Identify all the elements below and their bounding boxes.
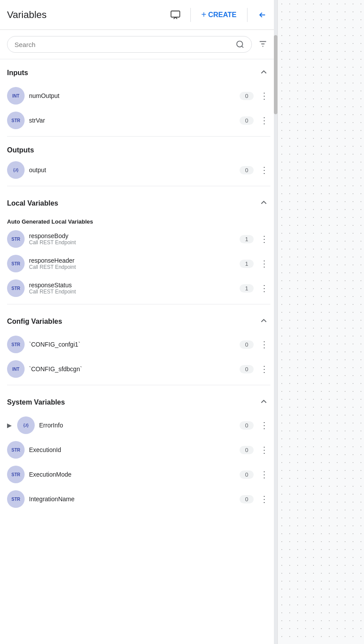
variable-row: STR responseHeader Call REST Endpoint 1 … bbox=[0, 251, 277, 276]
var-info: responseStatus Call REST Endpoint bbox=[29, 282, 235, 295]
var-name: responseHeader bbox=[29, 257, 235, 264]
auto-generated-sub-title: Auto Generated Local Variables bbox=[0, 214, 277, 227]
outputs-title: Outputs bbox=[7, 146, 34, 154]
more-options-button[interactable]: ⋮ bbox=[258, 258, 270, 269]
more-options-button[interactable]: ⋮ bbox=[258, 283, 270, 293]
var-count: 0 bbox=[240, 446, 254, 454]
variable-row: STR responseBody Call REST Endpoint 1 ⋮ bbox=[0, 227, 277, 251]
more-options-button[interactable]: ⋮ bbox=[258, 339, 270, 350]
page-title: Variables bbox=[7, 9, 167, 21]
header-actions: + CREATE bbox=[167, 7, 270, 23]
inputs-section-header: Inputs bbox=[0, 59, 277, 83]
var-badge-str: STR bbox=[7, 441, 25, 459]
canvas-panel: View details Delete Du bbox=[278, 0, 364, 644]
variable-row: STR `CONFIG_confgi1` 0 ⋮ bbox=[0, 332, 277, 357]
section-divider bbox=[7, 136, 270, 137]
var-info: strVar bbox=[29, 117, 235, 124]
inputs-collapse-button[interactable] bbox=[257, 65, 270, 80]
var-name: responseBody bbox=[29, 232, 235, 239]
more-options-button[interactable]: ⋮ bbox=[258, 494, 270, 504]
collapse-icon-button[interactable] bbox=[255, 7, 270, 23]
section-divider bbox=[7, 186, 270, 186]
more-options-button[interactable]: ⋮ bbox=[258, 115, 270, 126]
var-info: `CONFIG_sfdbcgn` bbox=[29, 365, 235, 373]
config-collapse-button[interactable] bbox=[257, 314, 270, 329]
var-name: output bbox=[29, 166, 235, 174]
system-collapse-button[interactable] bbox=[257, 395, 270, 409]
svg-line-3 bbox=[242, 46, 244, 48]
variable-row: STR IntegrationName 0 ⋮ bbox=[0, 487, 277, 511]
var-badge-str: STR bbox=[7, 112, 25, 129]
var-count: 1 bbox=[240, 235, 254, 243]
variable-row: STR strVar 0 ⋮ bbox=[0, 108, 277, 133]
local-collapse-button[interactable] bbox=[257, 196, 270, 210]
local-title: Local Variables bbox=[7, 199, 58, 207]
variable-row: STR ExecutionMode 0 ⋮ bbox=[0, 462, 277, 487]
var-badge-json: {J} bbox=[17, 416, 35, 434]
variable-row: ▶ {J} ErrorInfo 0 ⋮ bbox=[0, 413, 277, 438]
search-icon bbox=[236, 40, 244, 49]
header-divider-2 bbox=[247, 8, 248, 22]
var-name: strVar bbox=[29, 117, 235, 124]
expand-arrow-icon[interactable]: ▶ bbox=[7, 422, 12, 429]
more-options-button[interactable]: ⋮ bbox=[258, 420, 270, 431]
create-label: CREATE bbox=[208, 11, 237, 19]
var-name: `CONFIG_confgi1` bbox=[29, 341, 235, 348]
more-options-button[interactable]: ⋮ bbox=[258, 445, 270, 455]
var-info: responseBody Call REST Endpoint bbox=[29, 232, 235, 246]
var-badge-int: INT bbox=[7, 360, 25, 378]
var-count: 1 bbox=[240, 284, 254, 293]
create-plus-icon: + bbox=[201, 10, 207, 20]
var-info: responseHeader Call REST Endpoint bbox=[29, 257, 235, 270]
scrollbar-track bbox=[274, 0, 277, 644]
header-divider bbox=[190, 8, 191, 22]
system-section-header: System Variables bbox=[0, 389, 277, 413]
var-count: 0 bbox=[240, 365, 254, 373]
var-badge-json: {J} bbox=[7, 161, 25, 179]
var-badge-str: STR bbox=[7, 255, 25, 272]
variable-row: {J} output 0 ⋮ bbox=[0, 158, 277, 182]
var-badge-str: STR bbox=[7, 490, 25, 508]
var-sub: Call REST Endpoint bbox=[29, 289, 235, 295]
search-input[interactable] bbox=[15, 41, 236, 48]
var-name: `CONFIG_sfdbcgn` bbox=[29, 365, 235, 373]
var-info: ExecutionId bbox=[29, 446, 235, 453]
more-options-button[interactable]: ⋮ bbox=[258, 364, 270, 374]
more-options-button[interactable]: ⋮ bbox=[258, 90, 270, 101]
var-count: 0 bbox=[240, 340, 254, 349]
var-name: IntegrationName bbox=[29, 496, 235, 503]
var-count: 0 bbox=[240, 421, 254, 430]
var-info: IntegrationName bbox=[29, 496, 235, 503]
var-count: 0 bbox=[240, 116, 254, 125]
system-title: System Variables bbox=[7, 398, 65, 406]
svg-rect-0 bbox=[171, 11, 180, 17]
variables-content: Inputs INT numOutput 0 ⋮ STR strVar 0 ⋮ bbox=[0, 59, 277, 644]
var-name: ErrorInfo bbox=[39, 422, 235, 429]
more-options-button[interactable]: ⋮ bbox=[258, 469, 270, 480]
variable-row: STR ExecutionId 0 ⋮ bbox=[0, 438, 277, 462]
variable-row: STR responseStatus Call REST Endpoint 1 … bbox=[0, 276, 277, 300]
local-section-header: Local Variables bbox=[0, 190, 277, 214]
var-info: ErrorInfo bbox=[39, 422, 235, 429]
config-section-header: Config Variables bbox=[0, 308, 277, 332]
var-info: output bbox=[29, 166, 235, 174]
var-badge-str: STR bbox=[7, 279, 25, 297]
more-options-button[interactable]: ⋮ bbox=[258, 165, 270, 175]
var-info: ExecutionMode bbox=[29, 471, 235, 478]
section-divider bbox=[7, 385, 270, 385]
header: Variables + CREATE bbox=[0, 0, 277, 30]
create-button[interactable]: + CREATE bbox=[198, 7, 240, 22]
var-count: 1 bbox=[240, 260, 254, 268]
inputs-title: Inputs bbox=[7, 69, 28, 77]
more-options-button[interactable]: ⋮ bbox=[258, 234, 270, 244]
filter-button[interactable] bbox=[255, 36, 270, 53]
var-name: numOutput bbox=[29, 92, 235, 99]
var-info: numOutput bbox=[29, 92, 235, 99]
var-count: 0 bbox=[240, 470, 254, 479]
presentation-icon-button[interactable] bbox=[167, 7, 183, 23]
var-badge-int: INT bbox=[7, 87, 25, 105]
variable-row: INT `CONFIG_sfdbcgn` 0 ⋮ bbox=[0, 357, 277, 381]
var-info: `CONFIG_confgi1` bbox=[29, 341, 235, 348]
var-count: 0 bbox=[240, 166, 254, 174]
scrollbar-thumb[interactable] bbox=[274, 35, 277, 114]
